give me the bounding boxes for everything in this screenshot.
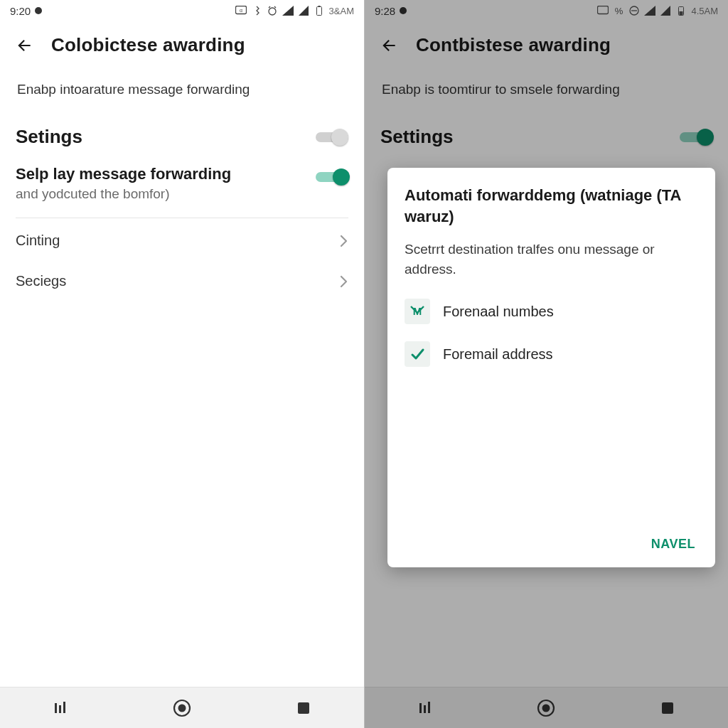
toggle-thumb	[331, 129, 348, 146]
svg-rect-11	[598, 6, 609, 14]
arrow-back-icon	[15, 36, 33, 55]
app-bar: Contbistese awarding	[365, 21, 728, 63]
battery-icon	[675, 5, 687, 16]
svg-rect-15	[680, 11, 683, 15]
forwarding-subtitle: and yodcuted the bomfor)	[16, 186, 231, 202]
svg-rect-7	[63, 702, 65, 713]
navigation-bar	[0, 687, 364, 728]
chevron-right-icon	[340, 275, 348, 288]
wifi-icon	[282, 5, 294, 16]
svg-rect-4	[318, 6, 320, 7]
svg-rect-6	[59, 705, 61, 713]
dnd-icon	[628, 5, 640, 16]
page-description: Enabp intoarature message forwarding	[17, 82, 348, 97]
page-title: Colobictese awarding	[51, 34, 245, 56]
app-bar: Colobictese awarding	[0, 21, 364, 63]
cast-icon	[597, 5, 609, 16]
check-icon	[405, 341, 430, 367]
nav-back-button[interactable]	[291, 695, 316, 721]
home-icon	[172, 698, 192, 718]
svg-rect-18	[428, 702, 430, 713]
settings-toggle[interactable]	[680, 128, 712, 146]
nav-recent-button[interactable]	[412, 695, 438, 721]
page-content: Enabp intoarature message forwarding Set…	[0, 63, 364, 687]
forwarding-title: Selp lay message forwarding	[16, 165, 231, 183]
status-time: 9:20	[10, 5, 31, 17]
status-bar: 9:28 % 4.5AM	[365, 0, 728, 21]
back-button[interactable]	[14, 36, 34, 55]
recent-icon	[53, 700, 68, 716]
square-icon	[296, 701, 311, 715]
section-title-settings: Settings	[380, 126, 454, 148]
settings-toggle[interactable]	[316, 128, 348, 146]
dialog-actions: NAVEL	[405, 531, 700, 557]
arrow-back-icon	[380, 36, 398, 55]
dialog-title: Automati forwarddemg (watniage (TA waruz…	[405, 185, 700, 227]
settings-header-row: Settings	[380, 117, 712, 156]
dialog-body: Scetrrt destination tralfes onu message …	[405, 240, 700, 279]
status-bar: 9:20 α 3&AM	[0, 0, 364, 21]
svg-rect-3	[316, 7, 321, 16]
page-title: Contbistese awarding	[416, 34, 611, 56]
wifi-icon	[644, 5, 655, 16]
nav-back-button[interactable]	[655, 695, 680, 721]
nav-home-button[interactable]	[533, 695, 559, 721]
forwarding-toggle[interactable]	[316, 168, 348, 186]
toggle-thumb	[333, 168, 350, 186]
svg-rect-5	[55, 703, 57, 713]
signal-icon	[298, 5, 309, 16]
recent-icon	[417, 700, 433, 716]
dialog-option-number[interactable]: M Forenaal numbes	[405, 290, 700, 333]
status-dot-icon	[400, 7, 407, 14]
list-item-label: Seciegs	[16, 273, 66, 289]
dialog-option-label: Foremail address	[443, 346, 553, 363]
percent-icon: %	[613, 5, 624, 16]
vibrate-icon	[251, 5, 262, 16]
list-item-seciegs[interactable]: Seciegs	[16, 263, 348, 299]
forwarding-row[interactable]: Selp lay message forwarding and yodcuted…	[16, 156, 348, 218]
nav-recent-button[interactable]	[48, 695, 73, 721]
dialog-confirm-button[interactable]: NAVEL	[647, 531, 700, 557]
forwarding-dialog: Automati forwarddemg (watniage (TA waruz…	[387, 168, 715, 567]
list-item-cinting[interactable]: Cinting	[16, 218, 348, 263]
right-panel: 9:28 % 4.5AM Contbis	[364, 0, 728, 728]
svg-rect-17	[424, 705, 426, 713]
dialog-option-label: Forenaal numbes	[443, 304, 554, 320]
square-icon	[660, 701, 675, 715]
back-button[interactable]	[379, 36, 399, 55]
status-ampm: 3&AM	[329, 6, 354, 16]
svg-rect-16	[419, 703, 422, 713]
home-icon	[536, 698, 556, 718]
chevron-right-icon	[340, 235, 348, 247]
svg-point-2	[269, 8, 276, 15]
left-panel: 9:20 α 3&AM	[0, 0, 364, 728]
svg-point-20	[542, 704, 550, 712]
svg-point-9	[178, 704, 186, 712]
dialog-option-email[interactable]: Foremail address	[405, 333, 700, 375]
battery-icon	[314, 5, 325, 16]
mail-icon: M	[405, 299, 430, 324]
status-ampm: 4.5AM	[691, 6, 718, 16]
navigation-bar	[365, 687, 728, 728]
status-dot-icon	[35, 7, 42, 14]
list-item-label: Cinting	[16, 232, 60, 249]
nav-home-button[interactable]	[169, 695, 195, 721]
svg-text:M: M	[413, 305, 422, 317]
svg-rect-10	[298, 702, 309, 714]
settings-header-row: Setings	[16, 117, 348, 156]
toggle-thumb	[697, 129, 714, 146]
section-title-settings: Setings	[16, 126, 82, 148]
alarm-icon	[267, 5, 278, 16]
svg-text:α: α	[240, 8, 242, 13]
page-description: Enabp is toomtirur to smsele forwarding	[382, 82, 712, 97]
svg-rect-21	[662, 702, 673, 714]
status-time: 9:28	[375, 5, 395, 17]
cast-icon: α	[235, 5, 247, 16]
signal-icon	[660, 5, 671, 16]
